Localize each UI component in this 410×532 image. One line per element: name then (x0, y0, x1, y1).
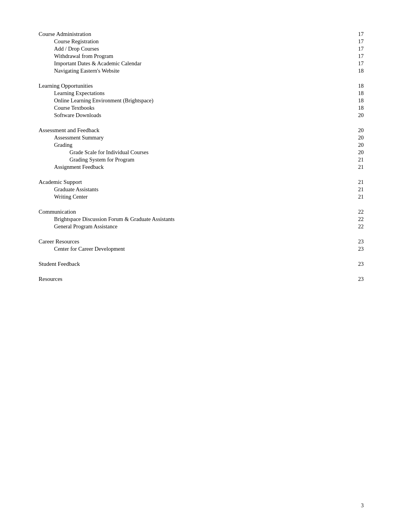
toc-section-career-resources: Career Resources 23 Center for Career De… (39, 238, 364, 252)
toc-row-main: Student Feedback 23 (39, 261, 364, 267)
toc-page: 21 (356, 194, 364, 200)
table-of-contents: Course Administration 17 Course Registra… (39, 31, 364, 282)
toc-row-sub: Course Textbooks 18 (39, 105, 364, 111)
toc-page: 17 (356, 46, 364, 52)
toc-row-sub: Center for Career Development 23 (39, 246, 364, 252)
toc-page: 17 (356, 31, 364, 37)
toc-row-sub: Learning Expectations 18 (39, 90, 364, 97)
toc-label: Course Textbooks (54, 105, 95, 111)
toc-label: Course Administration (39, 31, 91, 37)
toc-label: Career Resources (39, 238, 79, 245)
toc-page: 20 (356, 127, 364, 134)
toc-page: 22 (356, 216, 364, 223)
toc-row-main: Assessment and Feedback 20 (39, 127, 364, 134)
toc-page: 23 (356, 246, 364, 252)
toc-section-assessment: Assessment and Feedback 20 Assessment Su… (39, 127, 364, 170)
toc-label: Assessment Summary (54, 134, 103, 141)
toc-label: Online Learning Environment (Brightspace… (54, 97, 153, 104)
toc-row-sub: General Program Assistance 22 (39, 223, 364, 230)
toc-label: Learning Expectations (54, 90, 105, 97)
toc-section-academic-support: Academic Support 21 Graduate Assistants … (39, 179, 364, 200)
toc-label: Grade Scale for Individual Courses (69, 149, 149, 156)
toc-label: Student Feedback (39, 261, 80, 267)
toc-row-sub: Grading 20 (39, 142, 364, 148)
toc-page: 17 (356, 60, 364, 67)
toc-label: Navigating Eastern's Website (54, 68, 120, 74)
toc-row-sub2: Grading System for Program 21 (39, 156, 364, 163)
toc-row-sub: Writing Center 21 (39, 194, 364, 200)
toc-row-sub2: Grade Scale for Individual Courses 20 (39, 149, 364, 156)
toc-page: 18 (356, 97, 364, 104)
toc-row-sub: Add / Drop Courses 17 (39, 46, 364, 52)
toc-row-sub: Assessment Summary 20 (39, 134, 364, 141)
toc-section-learning-opps: Learning Opportunities 18 Learning Expec… (39, 83, 364, 119)
toc-page: 21 (356, 179, 364, 185)
toc-label: Grading System for Program (69, 156, 134, 163)
toc-label: Software Downloads (54, 112, 101, 119)
toc-page: 20 (356, 134, 364, 141)
toc-label: Graduate Assistants (54, 186, 98, 193)
page-number: 3 (361, 503, 364, 509)
toc-label: Important Dates & Academic Calendar (54, 60, 141, 67)
toc-row-main: Course Administration 17 (39, 31, 364, 37)
toc-page: 22 (356, 223, 364, 230)
toc-page: 22 (356, 209, 364, 215)
toc-row-sub: Brightspace Discussion Forum & Graduate … (39, 216, 364, 223)
toc-label: Academic Support (39, 179, 82, 185)
toc-row-sub: Important Dates & Academic Calendar 17 (39, 60, 364, 67)
toc-row-sub: Graduate Assistants 21 (39, 186, 364, 193)
toc-page: 23 (356, 238, 364, 245)
toc-page: 20 (356, 142, 364, 148)
toc-label: Add / Drop Courses (54, 46, 99, 52)
toc-section-communication: Communication 22 Brightspace Discussion … (39, 209, 364, 230)
toc-page: 18 (356, 105, 364, 111)
toc-label: Center for Career Development (54, 246, 125, 252)
toc-section-resources: Resources 23 (39, 276, 364, 282)
toc-page: 21 (356, 164, 364, 170)
toc-row-main: Career Resources 23 (39, 238, 364, 245)
toc-page: 18 (356, 68, 364, 74)
toc-page: 18 (356, 83, 364, 89)
toc-row-main: Learning Opportunities 18 (39, 83, 364, 89)
toc-label: Communication (39, 209, 76, 215)
toc-row-sub: Online Learning Environment (Brightspace… (39, 97, 364, 104)
toc-row-sub: Course Registration 17 (39, 38, 364, 45)
toc-row-main: Communication 22 (39, 209, 364, 215)
toc-label: Course Registration (54, 38, 99, 45)
toc-row-main: Academic Support 21 (39, 179, 364, 185)
toc-label: General Program Assistance (54, 223, 117, 230)
toc-row-sub: Assignment Feedback 21 (39, 164, 364, 170)
toc-label: Withdrawal from Program (54, 53, 113, 59)
toc-label: Learning Opportunities (39, 83, 93, 89)
toc-page: 21 (356, 156, 364, 163)
toc-label: Brightspace Discussion Forum & Graduate … (54, 216, 175, 223)
toc-page: 17 (356, 38, 364, 45)
toc-page: 23 (356, 276, 364, 282)
toc-label: Grading (54, 142, 73, 148)
toc-label: Resources (39, 276, 63, 282)
toc-page: 20 (356, 112, 364, 119)
toc-label: Assignment Feedback (54, 164, 103, 170)
toc-page: 20 (356, 149, 364, 156)
toc-page: 18 (356, 90, 364, 97)
toc-page: 21 (356, 186, 364, 193)
toc-section-student-feedback: Student Feedback 23 (39, 261, 364, 267)
toc-page: 23 (356, 261, 364, 267)
toc-page: 17 (356, 53, 364, 59)
toc-row-sub: Software Downloads 20 (39, 112, 364, 119)
toc-label: Assessment and Feedback (39, 127, 99, 134)
toc-row-sub: Withdrawal from Program 17 (39, 53, 364, 59)
toc-row-sub: Navigating Eastern's Website 18 (39, 68, 364, 74)
toc-section-course-admin: Course Administration 17 Course Registra… (39, 31, 364, 74)
toc-label: Writing Center (54, 194, 88, 200)
toc-row-main: Resources 23 (39, 276, 364, 282)
